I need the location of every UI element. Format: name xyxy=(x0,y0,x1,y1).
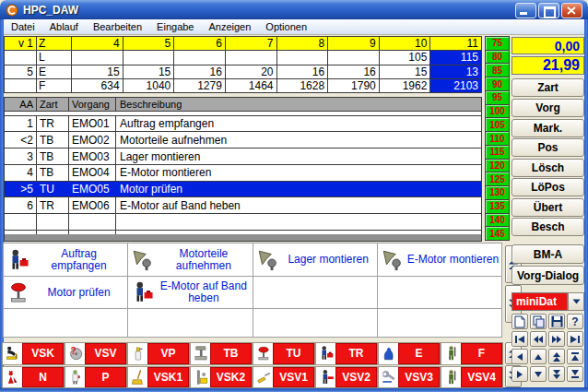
help-button[interactable]: ? xyxy=(567,314,583,329)
grid-cell[interactable]: 634 xyxy=(72,79,123,92)
vorg-dialog-button[interactable]: Vorg-Dialog xyxy=(512,266,584,285)
grid-cell[interactable]: 6 xyxy=(174,37,226,50)
type-button-vsv4[interactable]: VSV4 xyxy=(441,366,503,389)
cell-aa[interactable]: <2 xyxy=(5,132,37,148)
scale-cell[interactable]: 145 xyxy=(485,226,510,241)
scale-cell[interactable]: 130 xyxy=(485,185,510,200)
grid-cell[interactable]: L xyxy=(37,51,72,64)
cell-aa[interactable]: 3 xyxy=(5,148,37,164)
table-row[interactable]: 1 TR EMO01 Auftrag empfangen xyxy=(5,116,481,133)
scale-cell[interactable]: 140 xyxy=(485,213,510,228)
grid-cell[interactable]: 105 xyxy=(380,51,431,64)
cell-zart[interactable]: TB xyxy=(37,165,69,181)
nav-top-button[interactable] xyxy=(567,349,583,364)
save-button[interactable] xyxy=(548,314,565,329)
close-button[interactable] xyxy=(561,3,582,18)
grid-cell[interactable]: 10 xyxy=(380,37,431,50)
type-button-vsk2[interactable]: VSK2 xyxy=(190,366,253,389)
nav-right-button[interactable] xyxy=(512,366,528,382)
type-button-tr[interactable]: TR xyxy=(315,342,378,365)
scale-cell[interactable]: 115 xyxy=(485,145,510,160)
scale-cell[interactable]: 110 xyxy=(485,131,510,146)
minimize-button[interactable] xyxy=(515,3,536,18)
nav-page-up-button[interactable] xyxy=(548,349,565,364)
grid-cell-highlighted[interactable]: 13 xyxy=(430,65,481,78)
card-emotor-auf-band-heben[interactable]: E-Motor auf Band heben xyxy=(127,276,253,309)
type-label[interactable]: TR xyxy=(335,343,377,364)
grid-cell[interactable]: 7 xyxy=(226,37,277,50)
nav-first-button[interactable] xyxy=(512,331,528,347)
grid-cell[interactable] xyxy=(5,51,37,64)
card-motorteile-aufnehmen[interactable]: Motorteile aufnehmen xyxy=(127,243,253,277)
card-lager-montieren[interactable]: Lager montieren xyxy=(253,243,378,277)
loesch-button[interactable]: Lösch xyxy=(512,159,584,177)
type-button-vp[interactable]: VP xyxy=(127,342,190,365)
type-label[interactable]: P xyxy=(85,367,126,388)
title-bar[interactable]: HPC_DAW xyxy=(0,0,588,19)
type-button-p[interactable]: P xyxy=(65,366,127,389)
scale-cell[interactable]: 125 xyxy=(485,172,510,186)
menu-bearbeiten[interactable]: Bearbeiten xyxy=(86,20,149,33)
scale-cell[interactable]: 105 xyxy=(485,117,510,132)
cell-aa[interactable]: >5 xyxy=(5,182,37,197)
scale-cell[interactable]: 90 xyxy=(485,77,510,91)
grid-cell[interactable] xyxy=(5,79,37,92)
menu-eingabe[interactable]: Eingabe xyxy=(149,20,201,33)
menu-datei[interactable]: Datei xyxy=(4,20,42,33)
mark-button[interactable]: Mark. xyxy=(512,119,584,137)
nav-page-down-button[interactable] xyxy=(548,366,565,382)
cell-zart[interactable]: TR xyxy=(37,116,69,132)
grid-cell[interactable]: 15 xyxy=(380,65,431,78)
type-button-vsv1[interactable]: VSV1 xyxy=(253,366,315,389)
grid-cell[interactable]: 4 xyxy=(72,37,123,50)
combobox-value[interactable]: miniDat xyxy=(512,292,568,311)
nav-fast-back-button[interactable] xyxy=(530,331,547,347)
table-row[interactable]: 6 TR EMO06 E-Motor auf Band heben xyxy=(5,197,481,214)
cell-vorgang[interactable]: EMO05 xyxy=(69,182,116,197)
type-button-tb[interactable]: TB xyxy=(190,342,253,365)
grid-cell-highlighted[interactable]: 2103 xyxy=(430,79,481,92)
nav-down-button[interactable] xyxy=(530,366,547,382)
card-emotor-montieren[interactable]: E-Motor montieren xyxy=(377,243,502,277)
type-button-f[interactable]: F xyxy=(441,342,503,365)
grid-cell[interactable]: 1040 xyxy=(123,79,175,92)
type-label[interactable]: VSV2 xyxy=(335,367,377,388)
grid-cell[interactable] xyxy=(328,51,380,64)
scale-cell[interactable]: 120 xyxy=(485,159,510,173)
loepos-button[interactable]: LöPos xyxy=(512,178,584,196)
cell-beschreibung[interactable]: E-Motor auf Band heben xyxy=(116,197,481,213)
cell-vorgang[interactable]: EMO01 xyxy=(69,116,116,132)
card-empty[interactable] xyxy=(253,308,378,338)
nav-fast-forward-button[interactable] xyxy=(548,331,565,347)
type-label[interactable]: F xyxy=(461,343,502,364)
scale-cell[interactable]: 135 xyxy=(485,199,510,214)
nav-bottom-button[interactable] xyxy=(567,366,583,382)
cell-zart[interactable]: TB xyxy=(37,148,69,164)
cell-beschreibung[interactable]: Lager montieren xyxy=(116,148,481,164)
grid-cell[interactable]: 15 xyxy=(72,65,123,78)
copy-button[interactable] xyxy=(530,314,547,329)
grid-cell[interactable]: v 1 xyxy=(5,37,37,50)
menu-optionen[interactable]: Optionen xyxy=(258,20,314,33)
grid-cell[interactable]: E xyxy=(37,65,72,78)
cell-vorgang[interactable]: EMO03 xyxy=(69,148,116,164)
uebert-button[interactable]: Übert xyxy=(512,198,584,217)
type-label[interactable]: N xyxy=(22,367,64,388)
grid-cell-highlighted[interactable]: 115 xyxy=(430,51,481,64)
grid-cell[interactable]: 1279 xyxy=(174,79,226,92)
grid-cell[interactable]: Z xyxy=(37,37,72,50)
grid-cell[interactable]: 1790 xyxy=(328,79,380,92)
grid-cell[interactable]: 1628 xyxy=(277,79,329,92)
menu-ablauf[interactable]: Ablauf xyxy=(42,20,86,33)
type-button-vsk1[interactable]: VSK1 xyxy=(127,366,190,389)
type-button-vsv3[interactable]: VSV3 xyxy=(378,366,441,389)
type-label[interactable]: VSV1 xyxy=(273,367,314,388)
type-label[interactable]: VSV3 xyxy=(398,367,440,388)
grid-cell[interactable]: 15 xyxy=(123,65,175,78)
cell-beschreibung[interactable]: Motor prüfen xyxy=(116,182,481,197)
type-label[interactable]: VSK1 xyxy=(147,367,189,388)
grid-cell[interactable]: 8 xyxy=(277,37,329,50)
grid-cell[interactable]: 16 xyxy=(174,65,226,78)
type-button-vsv2[interactable]: VSV2 xyxy=(315,366,378,389)
new-record-button[interactable] xyxy=(512,314,528,329)
